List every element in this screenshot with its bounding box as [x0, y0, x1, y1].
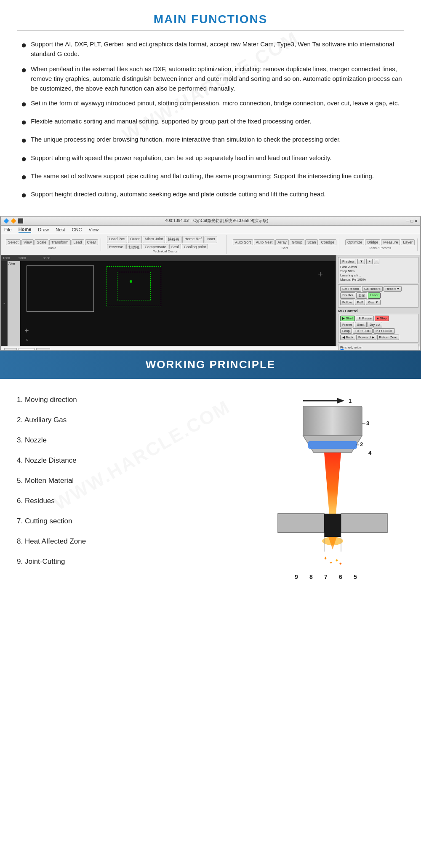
sw-ruler-top: 1000 2000 3000 [1, 255, 336, 261]
sw-guiguang-btn[interactable]: 归光 [356, 292, 367, 299]
menu-home[interactable]: Home [19, 227, 32, 233]
wp-item-3: 3. Nozzle [17, 436, 253, 445]
menu-draw[interactable]: Draw [38, 227, 49, 232]
list-item: ● Support along with speed the power reg… [21, 153, 404, 166]
toolbar-autosort-btn[interactable]: Auto Sort [233, 239, 253, 245]
sw-start-btn[interactable]: ▶ Start [340, 316, 355, 321]
toolbar-bridge-btn[interactable]: Bridge [365, 239, 380, 245]
toolbar-scan-btn[interactable]: Scan [305, 239, 318, 245]
toolbar-autonest-btn[interactable]: Auto Nest [254, 239, 275, 245]
toolbar-array-btn[interactable]: Array [275, 239, 289, 245]
sw-stop-btn[interactable]: ■ Stop [375, 316, 389, 321]
toolbar-lead-btn[interactable]: Lead [72, 239, 84, 245]
sw-zoom-in-btn[interactable]: + [366, 259, 373, 264]
toolbar-cooling-btn[interactable]: Cooling point [182, 244, 208, 249]
sw-log-tab-draw[interactable]: Draw [4, 348, 17, 351]
toolbar-clear-btn[interactable]: Clear [85, 239, 99, 245]
toolbar-kuaiyihua-btn[interactable]: 快移画 [166, 236, 181, 243]
bullet-dot: ● [21, 188, 27, 202]
toolbar-seal-btn[interactable]: Seal [169, 244, 181, 249]
sw-menu-bar[interactable]: File Home Draw Nest CNC View [1, 226, 420, 234]
menu-view[interactable]: View [88, 227, 99, 232]
sw-puff-btn[interactable]: Puff [355, 300, 365, 305]
wp-item-num: 1. [17, 396, 23, 404]
list-item-text: Support height directed cutting, automat… [31, 189, 325, 199]
sw-preview-btn[interactable]: Preview [340, 259, 356, 264]
sw-drycut-btn[interactable]: Dry cut [368, 322, 382, 327]
toolbar-compensate-btn[interactable]: Compensate [143, 244, 168, 249]
working-principle-header: WORKING PRINCIPLE [0, 351, 421, 379]
toolbar-view-btn[interactable]: View [21, 239, 34, 245]
sw-zoom-out-btn[interactable]: - [374, 259, 379, 264]
toolbar-layer-btn[interactable]: Layer [401, 239, 415, 245]
svg-text:1: 1 [349, 398, 352, 404]
wp-item-text: Nozzle [25, 436, 47, 444]
toolbar-transform-btn[interactable]: Transform [49, 239, 71, 245]
sw-record-btn[interactable]: Record▼ [384, 286, 402, 292]
wp-item-7: 7. Cutting section [17, 517, 253, 525]
toolbar-reverse-btn[interactable]: Reverse [107, 244, 125, 249]
list-item: ● The unique processing order browsing f… [21, 134, 404, 147]
bullet-dot: ● [21, 97, 27, 111]
sw-follow-btn[interactable]: Follow [340, 300, 354, 305]
toolbar-optimize-btn[interactable]: Optimize [345, 239, 365, 245]
sw-canvas-main[interactable]: Y Alter [1, 261, 336, 346]
sw-simi-btn[interactable]: Simi. [355, 322, 367, 327]
toolbar-microjoint-btn[interactable]: Micro Joint [143, 236, 165, 243]
sw-control-btn-row3: Follow Puff Gas ▼ [340, 300, 416, 305]
sw-returnzero-btn[interactable]: Return Zero [377, 335, 400, 340]
sw-ftcont-btn[interactable]: In Ft CONT [373, 328, 395, 334]
toolbar-inner-btn[interactable]: Inner [205, 236, 218, 243]
toolbar-scale-btn[interactable]: Scale [35, 239, 48, 245]
svg-marker-8 [324, 453, 341, 514]
wp-item-text: Heat Affected Zone [25, 537, 86, 545]
wp-item-1: 1. Moving direction [17, 396, 253, 404]
toolbar-group-btn[interactable]: Group [290, 239, 304, 245]
sw-down-arrow-btn[interactable]: ▼ [357, 259, 365, 264]
menu-file[interactable]: File [4, 227, 12, 232]
wp-items-list: 1. Moving direction 2. Auxiliary Gas 3. … [17, 391, 253, 585]
sw-setrecord-btn[interactable]: Set Record [340, 286, 361, 292]
toolbar-group-technical: Lead Pos Outer Micro Joint 快移画 Home Ref … [104, 235, 227, 254]
sw-preview-section: Preview ▼ + - Fast 20m/s Step 50m Laseri… [338, 257, 418, 283]
wp-item-num: 6. [17, 497, 23, 505]
sw-forward-btn[interactable]: Forward ▶ [356, 335, 376, 340]
sw-window-controls: ─ □ ✕ [406, 219, 418, 223]
software-screenshot: 🔷 🔶 ⬛ 400:1394.dxf - CypCut激光切割系统V6.3.65… [0, 216, 421, 351]
menu-nest[interactable]: Nest [56, 227, 65, 232]
svg-text:7: 7 [324, 573, 328, 580]
sw-gorecord-btn[interactable]: Go Record [362, 286, 383, 292]
list-item-text: Support the AI, DXF, PLT, Gerber, and ec… [31, 39, 404, 59]
svg-rect-13 [341, 514, 387, 533]
svg-rect-12 [278, 514, 324, 533]
sw-ftloc-btn[interactable]: +0 Ft LOC [353, 328, 373, 334]
menu-cnc[interactable]: CNC [72, 227, 82, 232]
list-item-text: The unique processing order browsing fun… [31, 134, 341, 144]
svg-text:3: 3 [366, 420, 369, 426]
toolbar-measure-btn[interactable]: Measure [381, 239, 400, 245]
sw-back-btn[interactable]: ◀ Back [340, 335, 355, 340]
svg-text:9: 9 [295, 573, 298, 580]
main-functions-title: MAIN FUNCTIONS [17, 13, 404, 26]
sw-log-tab-system[interactable]: System [19, 348, 35, 351]
toolbar-coedge-btn[interactable]: Coedge [319, 239, 336, 245]
wp-item-6: 6. Residues [17, 497, 253, 505]
wp-item-text: Molten Material [25, 477, 74, 485]
sw-frame-btn[interactable]: Frame [340, 322, 354, 327]
toolbar-leadpos-btn[interactable]: Lead Pos [107, 236, 127, 243]
sw-shutter-btn[interactable]: Shutter [340, 292, 355, 299]
sw-log-tab-alarm[interactable]: Alarm [36, 348, 50, 351]
wp-item-text: Auxiliary Gas [24, 416, 67, 424]
sw-gas-btn[interactable]: Gas ▼ [366, 300, 381, 305]
svg-text:✦: ✦ [339, 562, 342, 566]
sw-laser-btn[interactable]: Laser [368, 292, 381, 299]
list-item: ● Set in the form of wysiwyg introduced … [21, 98, 404, 111]
sw-loop-btn[interactable]: Loop [340, 328, 352, 334]
svg-text:8: 8 [309, 573, 313, 580]
toolbar-outer-btn[interactable]: Outer [128, 236, 142, 243]
toolbar-select-btn[interactable]: Select [6, 239, 21, 245]
toolbar-homeref-btn[interactable]: Home Ref [182, 236, 204, 243]
sw-pause-btn[interactable]: ⏸ Pause [356, 316, 374, 321]
sw-app-icons: 🔷 🔶 ⬛ [3, 218, 24, 224]
toolbar-huayuan-btn[interactable]: 划圆弧 [126, 244, 142, 249]
